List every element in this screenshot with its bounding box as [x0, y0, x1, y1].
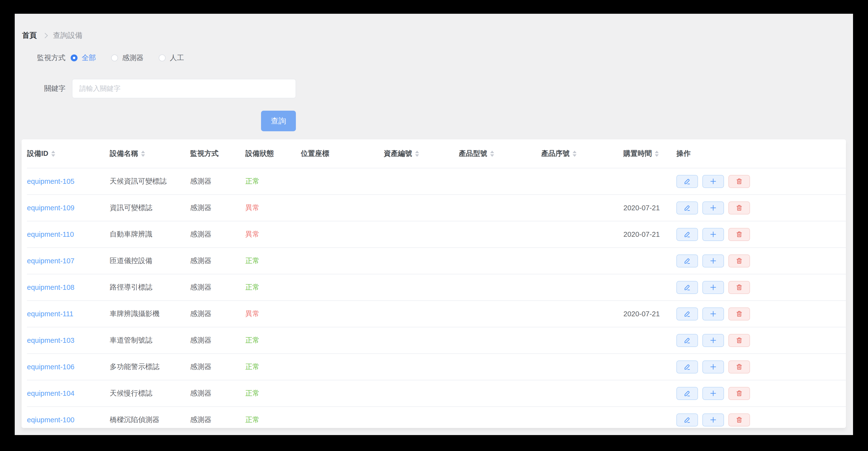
delete-button[interactable]	[728, 414, 750, 426]
edit-button[interactable]	[676, 414, 698, 426]
edit-button[interactable]	[676, 228, 698, 241]
equipment-name-cell: 資訊可變標誌	[110, 203, 190, 213]
table-row: equipment-104 天候慢行標誌 感測器 正常	[27, 380, 846, 407]
add-button[interactable]	[703, 175, 724, 188]
column-header-purchase_date[interactable]: 購置時間	[623, 149, 676, 158]
table-row: equipment-103 車道管制號誌 感測器 正常	[27, 327, 846, 354]
actions-cell	[676, 387, 846, 400]
column-header-id[interactable]: 設備ID	[27, 149, 110, 158]
monitor-mode-cell: 感測器	[190, 415, 245, 425]
trash-icon	[736, 337, 743, 344]
actions-cell	[676, 202, 846, 214]
radio-option-2[interactable]: 人工	[159, 53, 184, 63]
search-button[interactable]: 查詢	[261, 111, 296, 131]
plus-icon	[709, 363, 717, 371]
actions-cell	[676, 334, 846, 347]
actions-cell	[676, 254, 846, 267]
keyword-input[interactable]	[72, 79, 296, 98]
equipment-id-link[interactable]: equipment-108	[27, 283, 74, 291]
table-row: equipment-108 路徑導引標誌 感測器 正常	[27, 274, 846, 301]
delete-button[interactable]	[728, 254, 750, 267]
edit-button[interactable]	[676, 334, 698, 347]
monitor-mode-radio-group: 全部感測器人工	[71, 53, 199, 63]
radio-selected-icon[interactable]	[71, 55, 78, 61]
add-button[interactable]	[703, 228, 724, 241]
equipment-id-link[interactable]: equipment-105	[27, 177, 74, 185]
edit-button[interactable]	[676, 360, 698, 373]
status-cell: 正常	[245, 335, 301, 345]
radio-unselected-icon[interactable]	[159, 55, 165, 61]
delete-button[interactable]	[728, 281, 750, 294]
equipment-name-cell: 車道管制號誌	[110, 335, 190, 345]
monitor-mode-label: 監視方式	[15, 53, 65, 63]
status-cell: 正常	[245, 388, 301, 398]
delete-button[interactable]	[728, 202, 750, 214]
edit-button[interactable]	[676, 254, 698, 267]
actions-cell	[676, 414, 846, 426]
equipment-id-link[interactable]: equipment-110	[27, 231, 74, 238]
status-cell: 正常	[245, 415, 301, 425]
actions-cell	[676, 307, 846, 321]
add-button[interactable]	[703, 281, 724, 294]
radio-option-1[interactable]: 感測器	[111, 53, 144, 63]
radio-option-label: 全部	[82, 53, 96, 63]
add-button[interactable]	[703, 360, 724, 373]
equipment-name-cell: 天候資訊可變標誌	[110, 176, 190, 186]
table-row: equipment-107 匝道儀控設備 感測器 正常	[27, 248, 846, 274]
column-header-model[interactable]: 產品型號	[459, 149, 541, 158]
add-button[interactable]	[703, 387, 724, 400]
column-header-label: 資產編號	[384, 149, 412, 158]
table-row: equipment-109 資訊可變標誌 感測器 異常 2020-07-21	[27, 195, 846, 221]
add-button[interactable]	[703, 414, 724, 426]
edit-button[interactable]	[676, 307, 698, 321]
delete-button[interactable]	[728, 334, 750, 347]
pencil-icon	[683, 257, 691, 265]
edit-button[interactable]	[676, 202, 698, 214]
add-button[interactable]	[703, 307, 724, 321]
monitor-mode-cell: 感測器	[190, 309, 245, 319]
monitor-mode-cell: 感測器	[190, 335, 245, 345]
equipment-name-cell: 車牌辨識攝影機	[110, 309, 190, 319]
equipment-id-link[interactable]: equipment-104	[27, 389, 74, 397]
trash-icon	[736, 284, 743, 291]
delete-button[interactable]	[728, 360, 750, 373]
breadcrumb-current: 查詢設備	[53, 30, 83, 40]
add-button[interactable]	[703, 334, 724, 347]
trash-icon	[736, 363, 743, 370]
equipment-table-card: 設備ID設備名稱監視方式設備狀態位置座標資產編號產品型號產品序號購置時間操作 e…	[22, 139, 846, 428]
add-button[interactable]	[703, 202, 724, 214]
status-cell: 正常	[245, 282, 301, 292]
edit-button[interactable]	[676, 175, 698, 188]
equipment-id-link[interactable]: equipment-106	[27, 363, 74, 371]
delete-button[interactable]	[728, 175, 750, 188]
equipment-name-cell: 多功能警示標誌	[110, 362, 190, 372]
equipment-id-link[interactable]: equipment-111	[27, 310, 73, 318]
radio-unselected-icon[interactable]	[111, 55, 118, 61]
column-header-asset_no[interactable]: 資產編號	[384, 149, 459, 158]
monitor-mode-cell: 感測器	[190, 282, 245, 292]
purchase-date-cell: 2020-07-21	[623, 310, 676, 318]
breadcrumb-home-link[interactable]: 首頁	[22, 30, 37, 40]
equipment-name-cell: 匝道儀控設備	[110, 256, 190, 266]
trash-icon	[736, 390, 743, 397]
equipment-name-cell: 橋樑沉陷偵測器	[110, 415, 190, 425]
table-row: equipment-105 天候資訊可變標誌 感測器 正常	[27, 168, 846, 195]
actions-cell	[676, 175, 846, 188]
equipment-id-link[interactable]: eqiupment-100	[27, 416, 74, 424]
radio-option-0[interactable]: 全部	[71, 53, 96, 63]
delete-button[interactable]	[728, 307, 750, 321]
edit-button[interactable]	[676, 387, 698, 400]
column-header-monitor: 監視方式	[190, 149, 245, 158]
add-button[interactable]	[703, 254, 724, 267]
delete-button[interactable]	[728, 387, 750, 400]
table-row: equipment-106 多功能警示標誌 感測器 正常	[27, 354, 846, 380]
equipment-id-link[interactable]: equipment-103	[27, 336, 74, 344]
column-header-name[interactable]: 設備名稱	[110, 149, 190, 158]
delete-button[interactable]	[728, 228, 750, 241]
column-header-serial[interactable]: 產品序號	[541, 149, 623, 158]
column-header-location: 位置座標	[301, 149, 384, 158]
equipment-id-link[interactable]: equipment-107	[27, 257, 74, 265]
edit-button[interactable]	[676, 281, 698, 294]
equipment-id-link[interactable]: equipment-109	[27, 204, 74, 212]
sort-caret-icon	[572, 151, 577, 157]
